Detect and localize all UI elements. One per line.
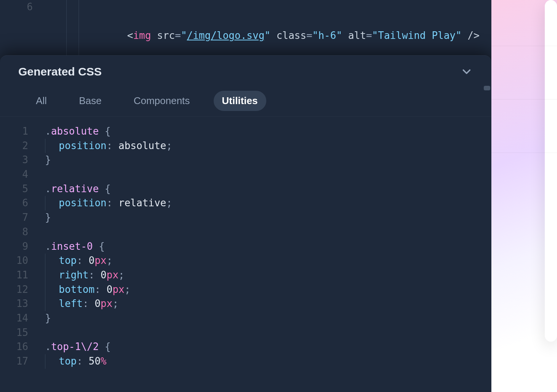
generated-css-panel: Generated CSS All Base Components Utilit…	[0, 55, 491, 392]
line-number: 13	[0, 297, 38, 311]
code-line[interactable]: 15	[0, 326, 491, 340]
preview-pane	[491, 0, 557, 392]
code-line[interactable]: 10top: 0px;	[0, 254, 491, 268]
line-number: 12	[0, 283, 38, 297]
line-number: 15	[0, 326, 38, 340]
code-line[interactable]: 13left: 0px;	[0, 297, 491, 311]
css-tabbar: All Base Components Utilities	[0, 91, 491, 117]
code-line[interactable]: 16.top-1\/2 {	[0, 340, 491, 354]
line-number: 1	[0, 124, 38, 139]
tab-utilities[interactable]: Utilities	[214, 91, 266, 111]
line-number: 6	[0, 196, 38, 210]
line-number: 16	[0, 340, 38, 354]
tab-all[interactable]: All	[27, 91, 55, 111]
scrollbar-thumb[interactable]	[484, 86, 490, 90]
html-editor[interactable]: 6 <img src="/img/logo.svg" class="h-6" a…	[0, 0, 491, 55]
code-line[interactable]: 8	[0, 225, 491, 239]
line-number: 5	[0, 182, 38, 196]
code-line[interactable]: 12bottom: 0px;	[0, 283, 491, 297]
line-number: 3	[0, 153, 38, 167]
css-editor[interactable]: 1.absolute {2position: absolute;3}4 5.re…	[0, 120, 491, 392]
line-number: 9	[0, 239, 38, 254]
line-number: 6	[0, 0, 47, 55]
line-number: 2	[0, 139, 38, 153]
code-line[interactable]: 17top: 50%	[0, 354, 491, 369]
tab-base[interactable]: Base	[71, 91, 110, 111]
preview-card	[545, 0, 557, 342]
line-number: 11	[0, 268, 38, 283]
tab-components[interactable]: Components	[125, 91, 198, 111]
code-line[interactable]: 6position: relative;	[0, 196, 491, 210]
code-line[interactable]: 4	[0, 167, 491, 182]
code-line[interactable]: 5.relative {	[0, 182, 491, 196]
line-number: 4	[0, 167, 38, 182]
code-line[interactable]: 2position: absolute;	[0, 139, 491, 153]
code-line[interactable]: 9.inset-0 {	[0, 239, 491, 254]
code-line[interactable]: 3}	[0, 153, 491, 167]
panel-title: Generated CSS	[18, 63, 101, 80]
line-number: 10	[0, 254, 38, 268]
code-line[interactable]: 7}	[0, 210, 491, 225]
chevron-down-icon[interactable]	[460, 65, 473, 78]
line-number: 7	[0, 210, 38, 225]
line-number: 14	[0, 311, 38, 326]
code-line[interactable]: 6 <img src="/img/logo.svg" class="h-6" a…	[0, 0, 491, 55]
line-number: 17	[0, 354, 38, 369]
code-line[interactable]: 14}	[0, 311, 491, 326]
code-line[interactable]: 1.absolute {	[0, 124, 491, 139]
code-line[interactable]: 11right: 0px;	[0, 268, 491, 283]
line-number: 8	[0, 225, 38, 239]
